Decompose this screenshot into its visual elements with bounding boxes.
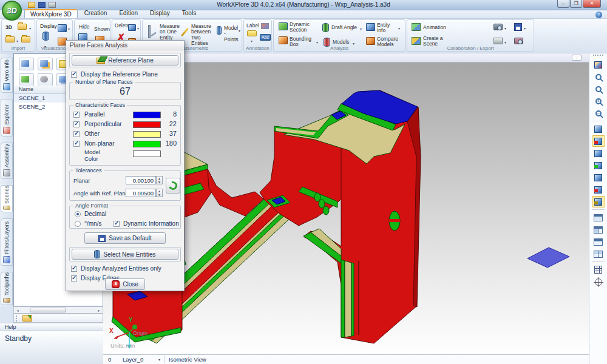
grid-icon[interactable] [592,264,605,275]
select-new-entities-button[interactable]: Select New Entities [72,249,178,260]
view-manager-icon[interactable] [592,59,605,70]
model-points-button[interactable]: Model - Points [224,25,240,42]
publish-icon[interactable] [514,38,523,44]
dms-radio[interactable] [75,221,81,227]
toolbar-drag-handle[interactable] [593,55,603,58]
layout-two-horizontal-icon[interactable] [592,236,605,248]
print-icon[interactable] [493,38,503,44]
drag-handle[interactable] [16,315,17,322]
model-color-swatch[interactable] [133,150,161,157]
create-scene-icon[interactable] [412,37,421,45]
display-edges-checkbox[interactable] [71,275,77,281]
perpendicular-checkbox[interactable] [73,121,80,127]
hide-button[interactable]: Hide [79,24,89,30]
column-name[interactable]: Name [19,86,33,92]
delete-entity-icon[interactable] [128,24,136,31]
menu-tab-display[interactable]: Display [144,9,175,18]
close-button[interactable]: Close [105,278,145,290]
display-reference-plane-checkbox[interactable] [71,72,77,78]
display-cylinder-icon[interactable] [42,32,49,41]
entity-info-icon[interactable] [366,23,375,31]
scroll-left-icon[interactable]: ◂ [14,308,21,312]
new-scene-icon[interactable] [19,58,34,70]
sidebar-tab-toolpaths[interactable]: Toolpaths [1,272,13,305]
origin-icon[interactable] [592,276,605,288]
dynamic-section-icon[interactable] [279,22,288,30]
sidebar-tab-assembly[interactable]: Assembly [1,143,13,179]
draft-angle-icon[interactable] [322,23,329,32]
menu-tab-tools[interactable]: Tools [177,9,202,18]
label-button[interactable]: Label [246,23,259,29]
view-back-icon[interactable] [592,147,605,159]
menu-tab-edition[interactable]: Edition [114,9,143,18]
dialog-title[interactable]: Plane Faces Analysis [66,41,184,50]
close-window-button[interactable]: ✕ [583,0,601,8]
bounding-box-icon[interactable] [279,36,288,44]
abc-text-icon[interactable]: Abc [260,34,271,41]
update-scene-icon[interactable] [38,73,53,86]
save-as-default-button[interactable]: Save as Default [84,232,166,244]
view-front-icon[interactable] [592,135,605,147]
sidebar-tab-scenes[interactable]: Scenes [1,185,13,212]
planar-spinner[interactable]: ▲▼ [156,176,163,184]
measure-two-entities-button[interactable]: Measure between Two Entities [191,24,214,46]
sidebar-tab-explorer[interactable]: Explorer [1,99,13,136]
import-3d-button[interactable]: 3D [5,25,12,30]
layer-dropdown[interactable]: Layer_0 ▾ [119,356,161,363]
angle-spinner[interactable]: ▲▼ [156,189,163,197]
snapshot-icon[interactable] [493,24,503,30]
animation-button[interactable]: Animation [423,25,446,30]
menu-tab-workxplore-3d[interactable]: WorkXplore 3D [24,9,78,18]
perpendicular-color-swatch[interactable] [133,121,161,128]
import-file-icon[interactable] [18,24,27,30]
view-iso-icon[interactable] [592,123,605,135]
viewport-options-button[interactable]: ♡ [572,55,582,61]
scroll-right-icon[interactable]: ▸ [95,308,103,312]
shown-button[interactable]: Shown [94,27,110,32]
zoom-in-icon[interactable]: + [592,95,605,107]
zoom-window-icon[interactable] [592,83,605,95]
sidebar-tab-filters-layers[interactable]: Filters/Layers [1,218,13,266]
other-checkbox[interactable] [73,131,80,137]
measure-one-entity-button[interactable]: Measure on One Entity [160,24,180,41]
display-analyzed-checkbox[interactable] [71,266,77,272]
layout-four-icon[interactable] [592,248,605,260]
horizontal-scrollbar[interactable]: ◂ ▸ [13,306,103,314]
help-icon[interactable]: ? [595,12,602,18]
scroll-thumb[interactable] [30,308,66,312]
layout-single-icon[interactable] [592,212,605,223]
animation-icon[interactable] [412,23,421,31]
dynamic-section-button[interactable]: Dynamic Section [290,22,316,33]
other-color-swatch[interactable] [133,131,161,138]
open-model-icon[interactable] [5,36,15,42]
import-scene-icon[interactable] [22,315,32,322]
render-mode-icon[interactable] [58,24,67,32]
decimal-radio[interactable] [75,211,81,217]
recompute-button[interactable] [166,178,180,194]
maximize-button[interactable]: ❐ [570,0,582,8]
angle-tolerance-field[interactable]: 0.00500 [126,189,156,197]
zoom-all-icon[interactable] [592,71,605,83]
non-planar-color-swatch[interactable] [133,141,161,147]
annotation-flag-icon[interactable] [261,23,269,29]
entity-info-button[interactable]: Entity Info [377,22,395,34]
sidebar-tab-vero-info[interactable]: Vero Info [1,58,13,93]
delete-button[interactable]: Delete [115,23,130,29]
view-top-icon[interactable] [592,184,605,195]
parallel-color-swatch[interactable] [133,112,161,118]
dynamic-information-checkbox[interactable] [114,221,120,227]
non-planar-checkbox[interactable] [73,141,80,147]
caliper-icon[interactable] [148,25,151,38]
compare-models-icon[interactable] [366,37,375,45]
models-button[interactable]: Models [333,39,349,45]
parallel-checkbox[interactable] [73,112,80,118]
export-save-icon[interactable] [514,23,522,31]
reference-plane-button[interactable]: Reference Plane [72,55,178,66]
view-bottom-icon[interactable] [592,196,605,207]
minimize-button[interactable]: – [557,0,569,8]
draft-angle-button[interactable]: Draft Angle [331,25,357,30]
model-points-icon[interactable] [217,26,222,35]
zoom-out-icon[interactable]: − [592,107,605,119]
recent-files-icon[interactable] [21,36,30,42]
menu-tab-creation[interactable]: Creation [79,9,113,18]
